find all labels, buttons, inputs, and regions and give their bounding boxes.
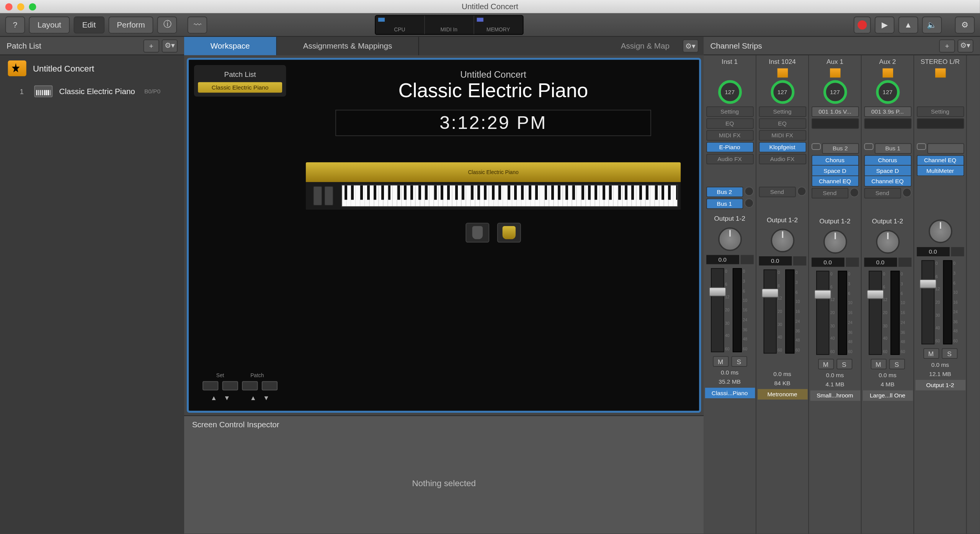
strip-label[interactable]: Large...ll One xyxy=(862,390,913,400)
send-slot[interactable]: Bus 1 xyxy=(706,199,743,209)
fader[interactable] xyxy=(869,271,882,355)
set-prev-button[interactable] xyxy=(203,381,218,390)
eq-slot[interactable] xyxy=(916,118,964,129)
setting-slot[interactable]: Setting xyxy=(916,106,964,117)
concert-item[interactable]: Untitled Concert xyxy=(0,55,184,81)
ws-patch-list-item[interactable]: Classic Electric Piano xyxy=(198,82,282,93)
add-patch-button[interactable]: + xyxy=(144,39,159,52)
maximize-icon[interactable] xyxy=(29,3,36,10)
output-slot[interactable]: Output 1-2 xyxy=(811,216,859,226)
gain-knob[interactable]: 127 xyxy=(718,80,742,104)
patch-prev-button[interactable] xyxy=(242,381,258,390)
input-slot[interactable]: Bus 2 xyxy=(822,143,859,154)
layout-button[interactable]: Layout xyxy=(29,16,70,33)
send-knob[interactable] xyxy=(902,188,911,197)
gain-knob[interactable]: 127 xyxy=(876,80,900,104)
send-knob[interactable] xyxy=(849,188,859,197)
set-next-button[interactable] xyxy=(222,381,238,390)
up-icon[interactable]: ▲ xyxy=(211,394,217,402)
strip-icon[interactable] xyxy=(882,68,893,78)
audio-fx-slot[interactable]: Channel EQ xyxy=(811,176,859,186)
send-slot[interactable]: Send xyxy=(864,188,901,198)
keyboard-control[interactable]: Classic Electric Piano xyxy=(306,162,681,210)
audio-fx-slot[interactable]: Audio FX xyxy=(759,154,806,164)
solo-button[interactable]: S xyxy=(941,348,957,359)
workspace-settings-button[interactable]: ⚙▾ xyxy=(683,39,698,52)
send-slot[interactable]: Send xyxy=(759,187,795,197)
setting-slot[interactable]: Setting xyxy=(706,106,753,117)
strip-label[interactable]: Small...hroom xyxy=(810,390,860,400)
setting-slot[interactable]: 001 1.0s V... xyxy=(811,106,859,117)
add-strip-button[interactable]: + xyxy=(939,39,955,52)
audio-fx-slot[interactable]: Channel EQ xyxy=(864,176,911,186)
fader[interactable] xyxy=(816,271,829,355)
send-slot[interactable]: Bus 2 xyxy=(706,187,743,197)
output-slot[interactable] xyxy=(916,205,964,215)
tab-workspace[interactable]: Workspace xyxy=(184,37,277,55)
metronome-button[interactable]: ▲ xyxy=(898,16,918,33)
pan-knob[interactable] xyxy=(718,227,742,251)
patch-item[interactable]: 1 Classic Electric Piano B0/P0 xyxy=(0,81,184,101)
fader[interactable] xyxy=(763,269,776,353)
instrument-slot[interactable]: Klopfgeist xyxy=(759,142,806,152)
down-icon[interactable]: ▼ xyxy=(263,394,270,402)
input-slot[interactable] xyxy=(927,143,964,154)
strip-icon[interactable] xyxy=(830,68,840,78)
output-slot[interactable]: Output 1-2 xyxy=(706,213,753,223)
solo-button[interactable]: S xyxy=(889,359,905,369)
mixer-toggle-button[interactable]: ⚙ xyxy=(955,16,975,33)
pan-knob[interactable] xyxy=(928,220,952,243)
output-slot[interactable]: Output 1-2 xyxy=(864,216,911,226)
eq-slot[interactable]: EQ xyxy=(706,118,753,129)
audio-fx-slot[interactable]: Channel EQ xyxy=(916,155,964,165)
mute-button[interactable]: M xyxy=(818,359,833,369)
solo-button[interactable]: S xyxy=(731,356,747,366)
patch-next-button[interactable] xyxy=(262,381,278,390)
minimize-icon[interactable] xyxy=(17,3,24,10)
sustain-pedal[interactable] xyxy=(497,223,521,243)
output-slot[interactable]: Output 1-2 xyxy=(759,214,806,225)
pitch-wheel-icon[interactable] xyxy=(313,186,322,206)
tab-assignments[interactable]: Assignments & Mappings xyxy=(277,37,419,55)
fader[interactable] xyxy=(921,260,934,344)
pitch-mod-wheels[interactable] xyxy=(309,185,338,207)
workspace-canvas[interactable]: Patch List Classic Electric Piano SetPat… xyxy=(187,58,701,413)
piano-keys[interactable] xyxy=(341,185,678,207)
up-icon[interactable]: ▲ xyxy=(250,394,256,402)
audio-fx-slot[interactable]: Audio FX xyxy=(706,154,753,164)
fader-cap[interactable] xyxy=(866,290,884,299)
audio-fx-slot[interactable]: Space D xyxy=(811,166,859,176)
mod-wheel-icon[interactable] xyxy=(324,186,333,206)
send-slot[interactable]: Send xyxy=(811,188,848,198)
fader-cap[interactable] xyxy=(761,288,779,298)
strip-icon[interactable] xyxy=(777,68,787,78)
strip-label[interactable]: Metronome xyxy=(757,389,807,399)
ws-patch-list[interactable]: Patch List Classic Electric Piano xyxy=(194,65,286,96)
gain-knob[interactable]: 127 xyxy=(823,80,847,104)
down-icon[interactable]: ▼ xyxy=(224,394,230,402)
audio-fx-slot[interactable]: Chorus xyxy=(811,155,859,165)
record-button[interactable] xyxy=(854,16,871,33)
gain-knob[interactable]: 127 xyxy=(771,80,794,104)
eq-slot[interactable]: EQ xyxy=(759,118,806,129)
tuner-button[interactable]: 〰 xyxy=(188,16,207,33)
pan-knob[interactable] xyxy=(823,230,847,254)
mute-button[interactable]: M xyxy=(712,356,728,366)
instrument-slot[interactable]: E-Piano xyxy=(706,142,753,152)
expression-pedal[interactable] xyxy=(466,223,489,243)
help-button[interactable]: ? xyxy=(5,16,25,33)
midi-fx-slot[interactable]: MIDI FX xyxy=(759,130,806,140)
strips-settings-button[interactable]: ⚙▾ xyxy=(957,39,973,52)
fader-cap[interactable] xyxy=(919,279,936,288)
perform-button[interactable]: Perform xyxy=(108,16,154,33)
strip-icon[interactable] xyxy=(935,68,945,78)
info-button[interactable]: ⓘ xyxy=(157,16,177,33)
assign-map-button[interactable]: Assign & Map xyxy=(614,41,676,50)
setting-slot[interactable]: 001 3.9s P... xyxy=(864,106,911,117)
strip-label[interactable]: Classi...Piano xyxy=(705,388,755,398)
audio-fx-slot[interactable]: Space D xyxy=(864,166,911,176)
eq-slot[interactable] xyxy=(811,118,859,129)
close-icon[interactable] xyxy=(5,3,13,10)
play-button[interactable]: ▶ xyxy=(875,16,895,33)
eq-slot[interactable] xyxy=(864,118,911,129)
